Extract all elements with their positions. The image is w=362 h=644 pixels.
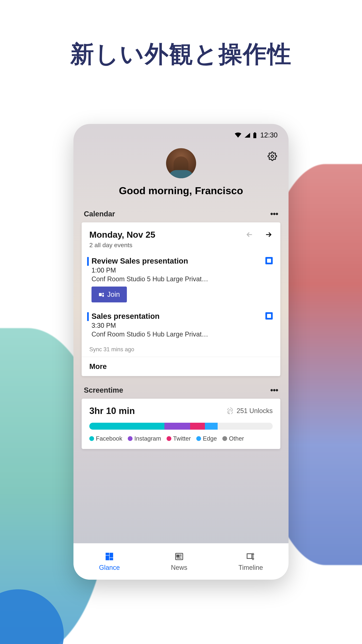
screentime-unlocks: 251 Unlocks <box>226 407 273 415</box>
avatar[interactable] <box>166 148 196 178</box>
svg-point-4 <box>102 293 104 294</box>
status-bar: 12:30 <box>74 124 288 139</box>
timeline-icon <box>246 552 255 562</box>
legend-label: Other <box>229 435 244 442</box>
svg-rect-1 <box>254 132 256 133</box>
legend-dot <box>222 436 227 441</box>
calendar-event[interactable]: Sales presentation 3:30 PM Conf Room Stu… <box>82 307 280 343</box>
bottom-nav: Glance News Timeline <box>74 543 288 580</box>
calendar-event[interactable]: Review Sales presentation 1:00 PM Conf R… <box>82 254 280 307</box>
screentime-section: Screentime ••• 3hr 10 min 251 Unlocks <box>82 386 280 449</box>
calendar-section-title: Calendar <box>84 210 115 218</box>
calendar-section: Calendar ••• Monday, Nov 25 2 all day ev… <box>82 209 280 376</box>
news-icon <box>174 552 184 562</box>
event-title: Sales presentation <box>92 312 273 321</box>
phone-frame: 12:30 Good morning, Francisco Calendar •… <box>74 124 288 580</box>
fingerprint-icon <box>226 407 234 414</box>
svg-rect-3 <box>99 293 102 296</box>
svg-rect-0 <box>253 133 256 138</box>
event-accent-bar <box>87 257 89 266</box>
calendar-prev-button[interactable] <box>245 231 254 239</box>
calendar-date: Monday, Nov 25 <box>89 230 155 240</box>
legend-label: Edge <box>203 435 217 442</box>
legend-label: Facebook <box>96 435 122 442</box>
event-accent-bar <box>87 312 89 321</box>
screentime-more-menu[interactable]: ••• <box>270 386 278 395</box>
arrow-right-icon <box>264 230 273 240</box>
screentime-card: 3hr 10 min 251 Unlocks Facebook Instagra… <box>82 399 280 449</box>
legend-label: Twitter <box>173 435 191 442</box>
event-title: Review Sales presentation <box>92 257 273 266</box>
event-time: 1:00 PM <box>92 266 273 274</box>
svg-rect-10 <box>177 555 179 557</box>
legend-item: Other <box>222 435 244 442</box>
gear-icon <box>268 152 277 162</box>
arrow-left-icon <box>245 230 254 240</box>
screentime-section-title: Screentime <box>84 386 123 394</box>
screentime-bar <box>89 423 273 430</box>
outlook-icon <box>266 257 273 264</box>
join-label: Join <box>107 290 120 298</box>
settings-button[interactable] <box>267 151 278 162</box>
legend-item: Twitter <box>166 435 191 442</box>
legend-dot <box>89 436 94 441</box>
legend-item: Instagram <box>128 435 161 442</box>
calendar-more-menu[interactable]: ••• <box>270 209 278 218</box>
teams-icon <box>98 292 105 298</box>
glance-icon <box>105 552 114 562</box>
calendar-card: Monday, Nov 25 2 all day events <box>82 222 280 376</box>
join-meeting-button[interactable]: Join <box>92 286 127 302</box>
wifi-icon <box>234 132 242 138</box>
calendar-more-link[interactable]: More <box>89 362 107 370</box>
legend-item: Facebook <box>89 435 122 442</box>
legend-label: Instagram <box>134 435 161 442</box>
nav-label: Glance <box>99 564 120 572</box>
nav-timeline[interactable]: Timeline <box>238 552 263 572</box>
bar-segment-instagram <box>164 423 190 430</box>
nav-glance[interactable]: Glance <box>99 552 120 572</box>
nav-news[interactable]: News <box>171 552 188 572</box>
legend-item: Edge <box>196 435 217 442</box>
legend-dot <box>166 436 171 441</box>
greeting-text: Good morning, Francisco <box>74 185 288 196</box>
screentime-total: 3hr 10 min <box>89 406 135 416</box>
svg-rect-6 <box>106 556 109 560</box>
nav-label: Timeline <box>238 564 263 572</box>
event-location: Conf Room Studio 5 Hub Large Privat… <box>92 330 241 338</box>
svg-rect-14 <box>247 554 252 558</box>
svg-rect-8 <box>110 558 113 560</box>
screentime-legend: Facebook Instagram Twitter Edge Other <box>89 435 273 442</box>
svg-rect-7 <box>110 553 113 557</box>
outlook-icon <box>266 312 273 320</box>
status-time: 12:30 <box>260 131 278 139</box>
bar-segment-edge <box>205 423 218 430</box>
signal-icon <box>244 132 250 138</box>
calendar-allday-count: 2 all day events <box>89 242 155 249</box>
svg-rect-5 <box>106 553 109 555</box>
event-time: 3:30 PM <box>92 322 273 330</box>
legend-dot <box>196 436 201 441</box>
page-headline: 新しい外観と操作性 <box>0 0 362 70</box>
legend-dot <box>128 436 132 441</box>
battery-icon <box>253 132 257 138</box>
svg-point-2 <box>271 155 274 158</box>
unlocks-text: 251 Unlocks <box>236 407 273 415</box>
calendar-next-button[interactable] <box>264 231 273 239</box>
bar-segment-twitter <box>190 423 205 430</box>
bar-segment-facebook <box>89 423 164 430</box>
calendar-sync-status: Sync 31 mins ago <box>82 343 280 357</box>
event-location: Conf Room Studio 5 Hub Large Privat… <box>92 275 241 283</box>
nav-label: News <box>171 564 188 572</box>
